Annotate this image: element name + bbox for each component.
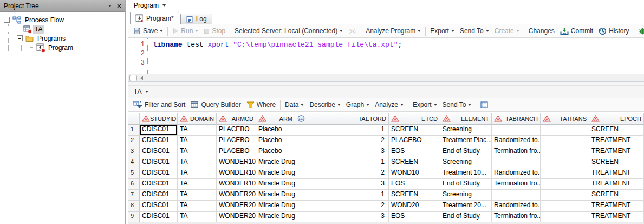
cell-armcd[interactable]: WONDER20 — [217, 212, 256, 222]
row-number[interactable]: 5 — [128, 168, 140, 179]
cell-arm[interactable]: Placebo — [256, 136, 295, 146]
data-toolbar-button-query-builder[interactable]: Query Builder — [188, 100, 243, 110]
cell-etcd[interactable]: PLACEBO — [389, 136, 440, 146]
cell-armcd[interactable]: PLACEBO — [217, 125, 256, 136]
tree-item-programs[interactable]: Programs — [1, 34, 125, 43]
cell-epoch[interactable]: SCREEN — [589, 190, 644, 201]
tree-item-program[interactable]: Program — [1, 43, 125, 52]
editor-horizontal-scrollbar[interactable] — [128, 74, 644, 82]
cell-tatrans[interactable] — [541, 136, 589, 146]
data-toolbar-button-graph[interactable]: Graph — [343, 100, 372, 110]
cell-taetord[interactable]: 1 — [295, 157, 389, 168]
cell-tatrans[interactable] — [541, 146, 589, 157]
cell-arm[interactable]: Placebo — [256, 125, 295, 136]
column-header-etcd[interactable]: AETCD — [389, 113, 440, 125]
cell-tabranch[interactable]: Termination fro... — [492, 212, 541, 222]
cell-domain[interactable]: TA — [178, 212, 217, 222]
code-area[interactable]: libname test xport "C:\temp\pinnacle21 s… — [148, 38, 402, 74]
cell-studyid[interactable]: CDISC01 — [140, 157, 178, 168]
cell-tatrans[interactable] — [541, 212, 589, 222]
cell-domain[interactable]: TA — [178, 179, 217, 190]
cell-epoch[interactable]: TREATMENT — [589, 136, 644, 146]
cell-taetord[interactable]: 2 — [295, 136, 389, 146]
cell-etcd[interactable]: SCREEN — [389, 190, 440, 201]
cell-studyid[interactable]: CDISC01 — [140, 201, 178, 212]
cell-element[interactable]: Treatment 10... — [440, 168, 492, 179]
cell-tabranch[interactable] — [492, 125, 541, 136]
cell-element[interactable]: Screening — [440, 157, 492, 168]
program-section-header[interactable]: Program — [128, 0, 644, 11]
close-icon[interactable] — [117, 4, 121, 8]
column-header-taetord[interactable]: 123TAETORD — [295, 113, 389, 125]
cell-tatrans[interactable] — [541, 190, 589, 201]
cell-etcd[interactable]: EOS — [389, 146, 440, 157]
cell-arm[interactable]: Miracle Drug 1... — [256, 157, 295, 168]
cell-arm[interactable]: Miracle Drug 2... — [256, 190, 295, 201]
cell-tabranch[interactable] — [492, 157, 541, 168]
row-number[interactable]: 9 — [128, 212, 140, 222]
scrollbar-thumb[interactable] — [129, 75, 137, 81]
cell-etcd[interactable]: EOS — [389, 212, 440, 222]
cell-arm[interactable]: Miracle Drug 1... — [256, 179, 295, 190]
column-header-studyid[interactable]: ASTUDYID — [140, 113, 178, 125]
cell-taetord[interactable]: 2 — [295, 168, 389, 179]
cell-etcd[interactable]: SCREEN — [389, 157, 440, 168]
cell-epoch[interactable]: TREATMENT — [589, 168, 644, 179]
cell-domain[interactable]: TA — [178, 201, 217, 212]
cell-domain[interactable]: TA — [178, 157, 217, 168]
cell-element[interactable]: Treatment Plac... — [440, 136, 492, 146]
cell-armcd[interactable]: WONDER10 — [217, 179, 256, 190]
row-number[interactable]: 8 — [128, 201, 140, 212]
row-number[interactable]: 1 — [128, 125, 140, 136]
cell-studyid[interactable]: CDISC01 — [140, 136, 178, 146]
data-toolbar-button-send-to[interactable]: Send To — [440, 100, 474, 110]
tree-collapse-toggle[interactable] — [4, 17, 10, 23]
cell-etcd[interactable]: WOND20 — [389, 201, 440, 212]
cell-tatrans[interactable] — [541, 168, 589, 179]
cell-epoch[interactable]: TREATMENT — [589, 201, 644, 212]
cell-studyid[interactable]: CDISC01 — [140, 190, 178, 201]
cell-studyid[interactable]: CDISC01 — [140, 146, 178, 157]
cell-arm[interactable]: Miracle Drug 2... — [256, 212, 295, 222]
cell-element[interactable]: Screening — [440, 190, 492, 201]
code-editor[interactable]: 123 libname test xport "C:\temp\pinnacle… — [128, 38, 644, 74]
cell-tabranch[interactable]: Termination fro... — [492, 146, 541, 157]
tree-item-process-flow[interactable]: Process Flow — [1, 15, 125, 24]
column-header-tabranch[interactable]: ATABRANCH — [492, 113, 541, 125]
cell-tatrans[interactable] — [541, 157, 589, 168]
cell-tatrans[interactable] — [541, 201, 589, 212]
cell-etcd[interactable]: EOS — [389, 179, 440, 190]
tab-log[interactable]: Log — [180, 14, 212, 24]
column-header-domain[interactable]: ADOMAIN — [178, 113, 217, 125]
cell-taetord[interactable]: 3 — [295, 146, 389, 157]
column-header-arm[interactable]: AARM — [256, 113, 295, 125]
cell-epoch[interactable]: TREATMENT — [589, 179, 644, 190]
cell-epoch[interactable]: TREATMENT — [589, 212, 644, 222]
row-number[interactable]: 7 — [128, 190, 140, 201]
column-header-element[interactable]: AELEMENT — [440, 113, 492, 125]
cell-studyid[interactable]: CDISC01 — [140, 168, 178, 179]
program-toolbar-button-analyze-program[interactable]: Analyze Program — [363, 26, 424, 36]
cell-element[interactable]: End of Study — [440, 179, 492, 190]
row-number[interactable]: 2 — [128, 136, 140, 146]
program-toolbar-button-save[interactable]: Save — [131, 26, 166, 36]
program-toolbar-button-history[interactable]: History — [596, 26, 632, 36]
cell-taetord[interactable]: 1 — [295, 125, 389, 136]
tree-item-ta[interactable]: TA — [1, 24, 125, 34]
cell-arm[interactable]: Placebo — [256, 146, 295, 157]
column-header-tatrans[interactable]: ATATRANS — [541, 113, 589, 125]
cell-element[interactable]: Treatment 20... — [440, 201, 492, 212]
data-toolbar-button-data[interactable]: Data — [282, 100, 307, 110]
cell-domain[interactable]: TA — [178, 168, 217, 179]
cell-taetord[interactable]: 2 — [295, 201, 389, 212]
row-number[interactable]: 6 — [128, 179, 140, 190]
cell-domain[interactable]: TA — [178, 125, 217, 136]
cell-epoch[interactable]: SCREEN — [589, 125, 644, 136]
tab-program[interactable]: Program* — [130, 12, 179, 24]
cell-etcd[interactable]: SCREEN — [389, 125, 440, 136]
cell-tabranch[interactable]: Randomized to... — [492, 201, 541, 212]
cell-taetord[interactable]: 1 — [295, 190, 389, 201]
cell-armcd[interactable]: WONDER20 — [217, 201, 256, 212]
cell-domain[interactable]: TA — [178, 190, 217, 201]
cell-tabranch[interactable]: Termination fro... — [492, 179, 541, 190]
